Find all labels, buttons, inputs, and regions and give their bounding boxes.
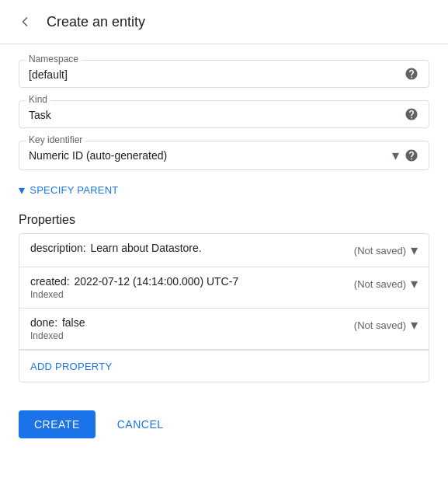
property-name-description: description: — [30, 242, 86, 254]
footer: CREATE CANCEL — [0, 398, 448, 451]
properties-section: Properties description: Learn about Data… — [19, 213, 429, 382]
not-saved-badge: (Not saved) — [354, 319, 406, 331]
kind-wrapper: Kind Task — [19, 100, 429, 128]
content-area: Namespace [default] Kind Task Key identi… — [0, 44, 448, 398]
create-button[interactable]: CREATE — [19, 410, 96, 438]
add-property-row: ADD PROPERTY — [19, 350, 429, 382]
key-identifier-label: Key identifier — [26, 134, 85, 145]
property-indexed-created: Indexed — [30, 289, 238, 300]
cancel-button[interactable]: CANCEL — [102, 410, 179, 438]
add-property-button[interactable]: ADD PROPERTY — [30, 361, 112, 372]
properties-table: description: Learn about Datastore. (Not… — [19, 233, 429, 382]
property-right-done: (Not saved) ▾ — [325, 316, 418, 333]
not-saved-badge: (Not saved) — [354, 278, 406, 290]
namespace-label: Namespace — [26, 54, 82, 65]
expand-icon[interactable]: ▾ — [411, 275, 418, 292]
key-identifier-help-icon[interactable] — [404, 148, 419, 163]
key-identifier-select[interactable]: Numeric ID (auto-generated) — [29, 148, 374, 163]
table-row: created: 2022-07-12 (14:14:00.000) UTC-7… — [19, 267, 429, 309]
expand-icon[interactable]: ▾ — [411, 242, 418, 259]
page-title: Create an entity — [47, 14, 145, 30]
property-value-created: 2022-07-12 (14:14:00.000) UTC-7 — [74, 275, 238, 288]
properties-heading: Properties — [19, 213, 429, 227]
property-name-done: done: — [30, 316, 57, 329]
back-button[interactable] — [12, 9, 37, 34]
not-saved-badge: (Not saved) — [354, 245, 406, 256]
key-identifier-field-group: Key identifier Numeric ID (auto-generate… — [19, 141, 429, 170]
table-row: description: Learn about Datastore. (Not… — [19, 234, 429, 267]
key-identifier-wrapper: Key identifier Numeric ID (auto-generate… — [19, 141, 429, 170]
namespace-wrapper: Namespace [default] — [19, 60, 429, 88]
property-left-created: created: 2022-07-12 (14:14:00.000) UTC-7… — [30, 275, 238, 300]
expand-icon[interactable]: ▾ — [411, 316, 418, 333]
property-left-description: description: Learn about Datastore. — [30, 242, 202, 254]
namespace-help-icon[interactable] — [404, 66, 419, 82]
namespace-field-group: Namespace [default] — [19, 60, 429, 88]
dropdown-icon: ▾ — [392, 147, 399, 164]
header: Create an entity — [0, 0, 448, 44]
property-indexed-done: Indexed — [30, 330, 85, 341]
property-value-description: Learn about Datastore. — [90, 242, 201, 254]
property-right-created: (Not saved) ▾ — [325, 275, 418, 292]
kind-value[interactable]: Task — [29, 107, 394, 121]
specify-parent-label: SPECIFY PARENT — [30, 184, 118, 196]
kind-help-icon[interactable] — [404, 106, 419, 122]
property-value-done: false — [62, 316, 85, 329]
table-row: done: false Indexed (Not saved) ▾ — [19, 309, 429, 350]
specify-parent-toggle[interactable]: ▾ SPECIFY PARENT — [19, 183, 429, 197]
kind-field-group: Kind Task — [19, 100, 429, 128]
namespace-value[interactable]: [default] — [29, 67, 394, 81]
property-name-created: created: — [30, 275, 70, 288]
kind-label: Kind — [26, 94, 50, 105]
chevron-down-icon: ▾ — [19, 183, 25, 197]
property-right-description: (Not saved) ▾ — [325, 242, 418, 259]
property-left-done: done: false Indexed — [30, 316, 85, 341]
